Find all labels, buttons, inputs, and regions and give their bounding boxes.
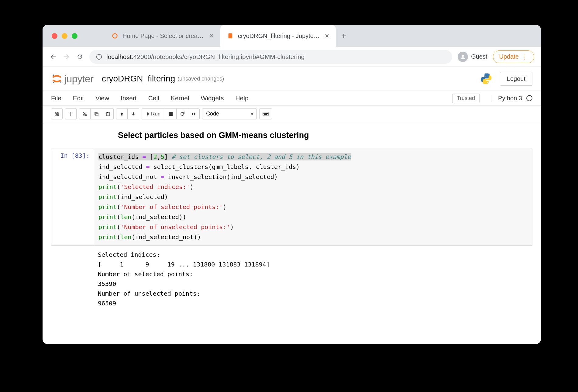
kernel-indicator: Python 3 bbox=[491, 95, 532, 102]
close-window-button[interactable] bbox=[52, 33, 57, 39]
menu-insert[interactable]: Insert bbox=[121, 95, 137, 102]
svg-rect-14 bbox=[96, 113, 98, 116]
menu-cell[interactable]: Cell bbox=[148, 95, 159, 102]
code-cell[interactable]: In [83]: cluster_ids = [2,5] # set clust… bbox=[51, 149, 532, 246]
restart-run-all-button[interactable] bbox=[188, 108, 200, 119]
more-icon: ⋮ bbox=[522, 53, 528, 60]
output-text: Selected indices: [ 1 9 19 ... 131880 13… bbox=[94, 247, 532, 311]
notebook-icon bbox=[227, 33, 234, 39]
profile-chip[interactable]: Guest bbox=[458, 52, 487, 62]
svg-rect-21 bbox=[265, 113, 266, 114]
back-button[interactable] bbox=[49, 53, 57, 60]
run-label: Run bbox=[151, 111, 160, 117]
output-area: . Selected indices: [ 1 9 19 ... 131880 … bbox=[51, 247, 532, 311]
maximize-window-button[interactable] bbox=[72, 33, 77, 39]
svg-rect-23 bbox=[267, 113, 268, 114]
menu-kernel[interactable]: Kernel bbox=[171, 95, 189, 102]
svg-rect-18 bbox=[263, 112, 268, 116]
svg-rect-19 bbox=[263, 113, 264, 114]
close-tab-icon[interactable]: × bbox=[209, 32, 214, 40]
menu-file[interactable]: File bbox=[51, 95, 61, 102]
interrupt-button[interactable] bbox=[165, 108, 177, 119]
kernel-name: Python 3 bbox=[498, 95, 522, 102]
address-bar-row: localhost:42000/notebooks/cryoDRGN_filte… bbox=[43, 47, 541, 67]
svg-point-11 bbox=[83, 114, 84, 115]
cut-button[interactable] bbox=[79, 108, 91, 119]
menu-bar: File Edit View Insert Cell Kernel Widget… bbox=[43, 91, 541, 106]
save-button[interactable] bbox=[51, 108, 63, 119]
tab-title: cryoDRGN_filtering - Jupyter N bbox=[238, 33, 321, 40]
move-down-button[interactable] bbox=[128, 108, 139, 119]
update-button[interactable]: Update ⋮ bbox=[493, 50, 535, 63]
svg-point-9 bbox=[484, 74, 485, 76]
forward-button[interactable] bbox=[63, 53, 71, 60]
jupyter-icon bbox=[112, 33, 118, 39]
avatar-icon bbox=[458, 52, 468, 62]
url-text: localhost:42000/notebooks/cryoDRGN_filte… bbox=[106, 53, 305, 60]
address-bar[interactable]: localhost:42000/notebooks/cryoDRGN_filte… bbox=[89, 50, 452, 64]
menu-view[interactable]: View bbox=[95, 95, 109, 102]
command-palette-button[interactable] bbox=[259, 108, 272, 119]
browser-window: Home Page - Select or create a × cryoDRG… bbox=[43, 25, 541, 344]
restart-button[interactable] bbox=[177, 108, 188, 119]
cell-type-select[interactable]: Code bbox=[202, 108, 257, 119]
svg-rect-20 bbox=[264, 113, 265, 114]
svg-rect-3 bbox=[99, 56, 99, 58]
move-up-button[interactable] bbox=[116, 108, 128, 119]
input-prompt: In [83]: bbox=[51, 149, 94, 245]
output-prompt: . bbox=[51, 247, 94, 311]
run-button[interactable]: Run bbox=[142, 108, 165, 119]
update-label: Update bbox=[499, 53, 519, 60]
markdown-cell[interactable]: Select particles based on GMM-means clus… bbox=[118, 131, 532, 140]
reload-button[interactable] bbox=[76, 53, 84, 60]
svg-rect-22 bbox=[266, 113, 267, 114]
notebook-status: (unsaved changes) bbox=[177, 76, 224, 82]
site-info-icon[interactable] bbox=[96, 54, 102, 60]
new-tab-button[interactable]: + bbox=[341, 31, 346, 41]
cell-type-value: Code bbox=[206, 111, 219, 117]
minimize-window-button[interactable] bbox=[62, 33, 67, 39]
paste-button[interactable] bbox=[102, 108, 114, 119]
heading: Select particles based on GMM-means clus… bbox=[118, 131, 532, 140]
svg-point-0 bbox=[113, 34, 117, 38]
notebook-title[interactable]: cryoDRGN_filtering bbox=[102, 74, 175, 84]
jupyter-logo[interactable]: jupyter bbox=[51, 73, 93, 85]
trusted-indicator[interactable]: Trusted bbox=[452, 94, 480, 103]
svg-rect-16 bbox=[107, 112, 108, 113]
svg-point-8 bbox=[53, 82, 54, 83]
window-controls bbox=[52, 33, 77, 39]
svg-point-10 bbox=[487, 82, 488, 83]
jupyter-logo-text: jupyter bbox=[64, 73, 93, 85]
close-tab-icon[interactable]: × bbox=[325, 32, 329, 40]
menu-widgets[interactable]: Widgets bbox=[201, 95, 224, 102]
copy-button[interactable] bbox=[91, 108, 102, 119]
svg-point-12 bbox=[85, 114, 87, 115]
svg-rect-17 bbox=[169, 112, 173, 116]
menu-edit[interactable]: Edit bbox=[73, 95, 84, 102]
svg-point-6 bbox=[53, 74, 54, 76]
jupyter-header: jupyter cryoDRGN_filtering (unsaved chan… bbox=[43, 67, 541, 91]
svg-point-5 bbox=[462, 54, 464, 57]
toolbar: Run Code bbox=[43, 106, 541, 122]
python-icon bbox=[480, 72, 493, 85]
svg-point-7 bbox=[60, 81, 62, 83]
profile-label: Guest bbox=[471, 53, 487, 60]
browser-tab-notebook[interactable]: cryoDRGN_filtering - Jupyter N × bbox=[220, 25, 336, 47]
kernel-status-icon[interactable] bbox=[526, 95, 532, 101]
menu-help[interactable]: Help bbox=[235, 95, 248, 102]
svg-rect-24 bbox=[264, 114, 267, 115]
code-input[interactable]: cluster_ids = [2,5] # set clusters to se… bbox=[94, 149, 532, 245]
svg-rect-1 bbox=[229, 33, 232, 39]
logout-button[interactable]: Logout bbox=[500, 72, 532, 86]
add-cell-button[interactable] bbox=[65, 108, 77, 119]
browser-tab-home[interactable]: Home Page - Select or create a × bbox=[105, 25, 220, 47]
tab-strip: Home Page - Select or create a × cryoDRG… bbox=[43, 25, 541, 47]
notebook-content: Select particles based on GMM-means clus… bbox=[43, 122, 541, 320]
svg-rect-4 bbox=[99, 55, 99, 56]
tab-title: Home Page - Select or create a bbox=[122, 33, 205, 40]
